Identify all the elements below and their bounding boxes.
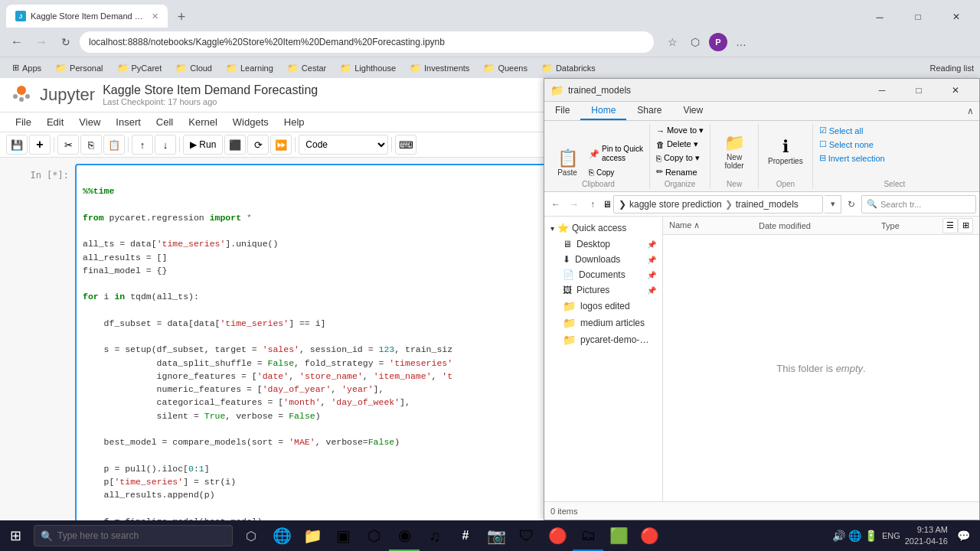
- notification-btn[interactable]: 💬: [952, 525, 974, 546]
- extensions-icon[interactable]: ⬡: [686, 33, 704, 51]
- apps-icon[interactable]: ⊞ Apps: [6, 61, 47, 74]
- taskbar-icon-explorer[interactable]: 📁: [297, 520, 328, 551]
- col-name[interactable]: Name ∧: [669, 220, 759, 230]
- menu-view[interactable]: View: [73, 114, 106, 130]
- sidebar-item-medium[interactable]: 📁 medium articles: [544, 315, 662, 331]
- taskbar-icon-red1[interactable]: 🔴: [542, 520, 573, 551]
- copy-to-btn[interactable]: ⎘Copy to ▾: [653, 152, 707, 165]
- pin-btn[interactable]: 📌 Pin to Quickaccess: [586, 143, 646, 165]
- address-bar[interactable]: localhost:8888/notebooks/Kaggle%20Store%…: [80, 31, 654, 53]
- taskbar-icon-shield[interactable]: 🛡: [511, 520, 542, 551]
- stop-btn[interactable]: ⬛: [224, 135, 246, 155]
- fe-tab-share[interactable]: Share: [626, 102, 672, 120]
- sidebar-item-logos[interactable]: 📁 logos edited: [544, 298, 662, 315]
- new-tab-btn[interactable]: +: [171, 6, 192, 28]
- run-btn[interactable]: ▶ Run: [183, 135, 223, 155]
- fe-back-btn[interactable]: ←: [547, 196, 564, 213]
- taskbar-icon-red2[interactable]: 🔴: [634, 520, 665, 551]
- taskbar-icon-green[interactable]: 🟩: [603, 520, 634, 551]
- taskbar-icon-camera[interactable]: 📷: [481, 520, 511, 551]
- sidebar-item-desktop[interactable]: 🖥 Desktop 📌: [544, 236, 662, 252]
- reading-list-btn[interactable]: Reading list: [930, 64, 974, 73]
- forward-btn[interactable]: →: [31, 31, 52, 53]
- close-window-btn[interactable]: ✕: [939, 6, 974, 28]
- bookmark-learning[interactable]: 📁Learning: [220, 61, 279, 75]
- volume-icon[interactable]: 🔊: [832, 530, 845, 542]
- taskbar-icon-calc[interactable]: #: [450, 520, 481, 551]
- bookmark-personal[interactable]: 📁Personal: [49, 61, 109, 75]
- profile-avatar[interactable]: P: [709, 33, 727, 51]
- fe-minimize-btn[interactable]: ─: [864, 80, 900, 101]
- settings-icon[interactable]: …: [732, 33, 750, 51]
- restart-btn[interactable]: ⟳: [247, 135, 269, 155]
- menu-help[interactable]: Help: [278, 114, 311, 130]
- back-btn[interactable]: ←: [6, 31, 28, 53]
- maximize-btn[interactable]: □: [900, 6, 936, 28]
- sidebar-item-documents[interactable]: 📄 Documents 📌: [544, 267, 662, 282]
- add-cell-btn[interactable]: +: [29, 135, 51, 155]
- select-none-btn[interactable]: ☐ Select none: [816, 138, 973, 151]
- cell-type-select[interactable]: Code Markdown Raw NBConvert: [299, 135, 388, 155]
- cut-btn[interactable]: ✂: [57, 135, 79, 155]
- menu-file[interactable]: File: [9, 114, 38, 130]
- fe-breadcrumb-dropdown[interactable]: ▾: [825, 195, 841, 214]
- taskbar-icon-spotify[interactable]: ♫: [420, 520, 450, 551]
- taskbar-icon-files[interactable]: 🗂: [573, 520, 603, 551]
- fe-forward-btn[interactable]: →: [566, 196, 583, 213]
- taskbar-icon-chrome[interactable]: ◉: [389, 520, 420, 551]
- view-list-btn[interactable]: ☰: [942, 218, 958, 233]
- fe-breadcrumb[interactable]: ❯ kaggle store prediction ❯ trained_mode…: [613, 195, 823, 214]
- taskbar-search[interactable]: 🔍: [34, 525, 233, 546]
- battery-icon[interactable]: 🔋: [864, 530, 877, 542]
- taskbar-task-view[interactable]: ⬡: [236, 520, 266, 551]
- bookmark-cestar[interactable]: 📁Cestar: [281, 61, 332, 75]
- taskbar-search-input[interactable]: [57, 530, 195, 541]
- rename-btn[interactable]: ✏Rename: [653, 165, 707, 178]
- copy-btn-fe[interactable]: ⎘ Copy: [586, 166, 646, 178]
- new-folder-btn[interactable]: 📁 Newfolder: [715, 132, 753, 171]
- bookmark-pycaret[interactable]: 📁PyCaret: [111, 61, 168, 75]
- paste-btn[interactable]: 📋: [103, 135, 125, 155]
- bookmark-databricks[interactable]: 📁Databricks: [535, 61, 602, 75]
- bookmark-queens[interactable]: 📁Queens: [477, 61, 534, 75]
- fe-tab-file[interactable]: File: [544, 102, 580, 120]
- menu-kernel[interactable]: Kernel: [182, 114, 224, 130]
- paste-large-btn[interactable]: 📋 Paste: [550, 148, 584, 178]
- language-indicator[interactable]: ENG: [882, 531, 900, 540]
- sidebar-item-pycaret[interactable]: 📁 pycaret-demo-dsc: [544, 331, 662, 348]
- menu-insert[interactable]: Insert: [109, 114, 147, 130]
- fe-maximize-btn[interactable]: □: [901, 80, 936, 101]
- start-btn[interactable]: ⊞: [0, 520, 31, 551]
- move-up-btn[interactable]: ↑: [132, 135, 153, 155]
- fe-search-box[interactable]: 🔍 Search tr...: [861, 195, 976, 214]
- sidebar-item-pictures[interactable]: 🖼 Pictures 📌: [544, 282, 662, 298]
- fe-ribbon-collapse[interactable]: ∧: [961, 102, 979, 120]
- fe-up-btn[interactable]: ↑: [584, 196, 601, 213]
- keyboard-btn[interactable]: ⌨: [395, 135, 416, 155]
- quick-access-header[interactable]: ▾ ⭐ Quick access: [544, 220, 662, 236]
- move-down-btn[interactable]: ↓: [155, 135, 176, 155]
- fe-close-btn[interactable]: ✕: [938, 80, 973, 101]
- minimize-btn[interactable]: ─: [862, 6, 897, 28]
- tab-close[interactable]: ✕: [152, 11, 158, 21]
- menu-widgets[interactable]: Widgets: [227, 114, 275, 130]
- save-btn[interactable]: 💾: [6, 135, 28, 155]
- col-date[interactable]: Date modified: [759, 221, 881, 230]
- bookmark-cloud[interactable]: 📁Cloud: [169, 61, 218, 75]
- delete-btn[interactable]: 🗑Delete ▾: [653, 138, 707, 151]
- favorites-icon[interactable]: ☆: [663, 33, 681, 51]
- col-type[interactable]: Type: [881, 221, 942, 230]
- select-all-btn[interactable]: ☑ Select all: [816, 124, 973, 137]
- bookmark-lighthouse[interactable]: 📁Lighthouse: [334, 61, 402, 75]
- active-tab[interactable]: J Kaggle Store Item Demand Fore... ✕: [6, 5, 168, 28]
- taskbar-icon-vscode[interactable]: ⬡: [358, 520, 389, 551]
- fe-tab-home[interactable]: Home: [580, 102, 626, 120]
- fe-tab-view[interactable]: View: [672, 102, 714, 120]
- taskbar-icon-edge[interactable]: 🌐: [266, 520, 297, 551]
- refresh-btn[interactable]: ↻: [55, 31, 77, 53]
- cell-content[interactable]: %%time from pycaret.regression import * …: [75, 164, 551, 520]
- invert-selection-btn[interactable]: ⊟ Invert selection: [816, 152, 973, 165]
- view-details-btn[interactable]: ⊞: [958, 218, 973, 233]
- fast-forward-btn[interactable]: ⏩: [270, 135, 292, 155]
- taskbar-icon-terminal[interactable]: ▣: [328, 520, 358, 551]
